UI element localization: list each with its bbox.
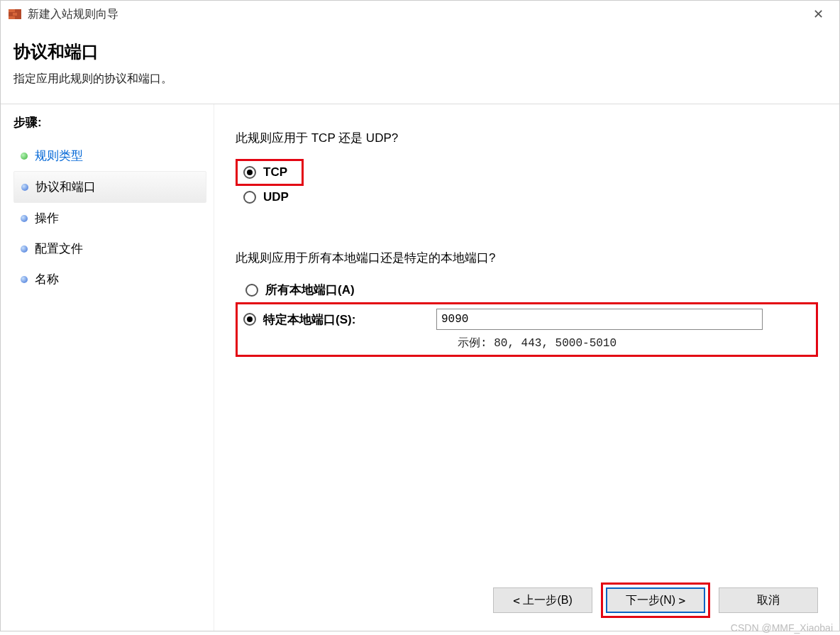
steps-sidebar: 步骤: 规则类型 协议和端口 操作 配置文件 名称	[1, 104, 214, 631]
radio-icon	[245, 284, 258, 297]
wizard-footer: < 上一步(B) 下一步(N) > 取消	[493, 582, 818, 618]
protocol-group: TCP UDP	[236, 159, 818, 207]
radio-tcp[interactable]: TCP	[239, 162, 292, 182]
firewall-icon	[8, 7, 22, 21]
radio-label: 特定本地端口(S):	[263, 311, 426, 328]
port-example-prefix: 示例:	[458, 337, 494, 350]
step-name[interactable]: 名称	[13, 264, 206, 294]
port-group: 所有本地端口(A) 特定本地端口(S): 示例: 80, 443, 5000-5…	[236, 279, 818, 357]
wizard-body: 步骤: 规则类型 协议和端口 操作 配置文件 名称	[1, 104, 839, 631]
svg-rect-7	[15, 16, 21, 19]
cancel-label: 取消	[757, 593, 780, 608]
step-label: 名称	[35, 271, 59, 287]
cancel-button[interactable]: 取消	[719, 587, 818, 613]
svg-rect-4	[13, 13, 17, 16]
page-subheading: 指定应用此规则的协议和端口。	[13, 72, 827, 87]
step-bullet-icon	[21, 215, 28, 222]
port-example-value: 80, 443, 5000-5010	[494, 337, 617, 350]
step-profile[interactable]: 配置文件	[13, 233, 206, 264]
step-label: 规则类型	[35, 148, 83, 164]
chevron-right-icon: >	[679, 594, 686, 607]
close-button[interactable]: ✕	[804, 4, 832, 25]
port-question: 此规则应用于所有本地端口还是特定的本地端口?	[236, 250, 818, 266]
highlight-next: 下一步(N) >	[601, 582, 710, 618]
next-button[interactable]: 下一步(N) >	[606, 587, 705, 613]
back-label: 上一步(B)	[523, 593, 572, 608]
step-bullet-icon	[21, 184, 28, 191]
radio-all-ports[interactable]: 所有本地端口(A)	[241, 279, 818, 301]
step-label: 操作	[35, 210, 59, 226]
title-bar: 新建入站规则向导 ✕	[1, 1, 839, 28]
wizard-window: 新建入站规则向导 ✕ 协议和端口 指定应用此规则的协议和端口。 步骤: 规则类型…	[0, 0, 840, 631]
radio-label: UDP	[263, 190, 289, 204]
svg-rect-2	[15, 9, 21, 12]
step-label: 协议和端口	[35, 179, 96, 195]
radio-specific-ports-row: 特定本地端口(S):	[239, 306, 812, 333]
step-rule-type[interactable]: 规则类型	[13, 140, 206, 171]
protocol-question: 此规则应用于 TCP 还是 UDP?	[236, 130, 818, 146]
radio-icon	[243, 313, 256, 326]
steps-title: 步骤:	[13, 114, 206, 131]
specific-ports-input[interactable]	[436, 309, 763, 330]
step-bullet-icon	[21, 245, 28, 253]
svg-rect-1	[9, 9, 15, 12]
highlight-specific-port: 特定本地端口(S): 示例: 80, 443, 5000-5010	[236, 302, 818, 357]
radio-label: 所有本地端口(A)	[265, 282, 355, 298]
back-button[interactable]: < 上一步(B)	[493, 587, 592, 613]
step-action[interactable]: 操作	[13, 203, 206, 233]
step-protocol-port[interactable]: 协议和端口	[13, 171, 206, 203]
highlight-tcp: TCP	[236, 159, 304, 186]
port-example: 示例: 80, 443, 5000-5010	[458, 336, 812, 350]
step-bullet-icon	[21, 153, 28, 160]
step-label: 配置文件	[35, 241, 83, 257]
step-bullet-icon	[21, 276, 28, 283]
radio-icon	[243, 166, 256, 179]
radio-label: TCP	[263, 165, 287, 180]
chevron-left-icon: <	[513, 594, 520, 607]
svg-rect-5	[17, 13, 21, 16]
radio-udp[interactable]: UDP	[239, 187, 818, 207]
next-label: 下一步(N)	[626, 593, 675, 608]
wizard-header: 协议和端口 指定应用此规则的协议和端口。	[1, 28, 839, 104]
svg-rect-6	[9, 16, 15, 19]
radio-icon	[243, 191, 256, 204]
page-heading: 协议和端口	[13, 40, 827, 63]
wizard-main: 此规则应用于 TCP 还是 UDP? TCP UDP 此规则应用于所有本地端口还…	[214, 104, 839, 631]
radio-specific-ports[interactable]: 特定本地端口(S):	[243, 311, 426, 328]
svg-rect-3	[9, 13, 13, 16]
window-title: 新建入站规则向导	[28, 7, 118, 22]
